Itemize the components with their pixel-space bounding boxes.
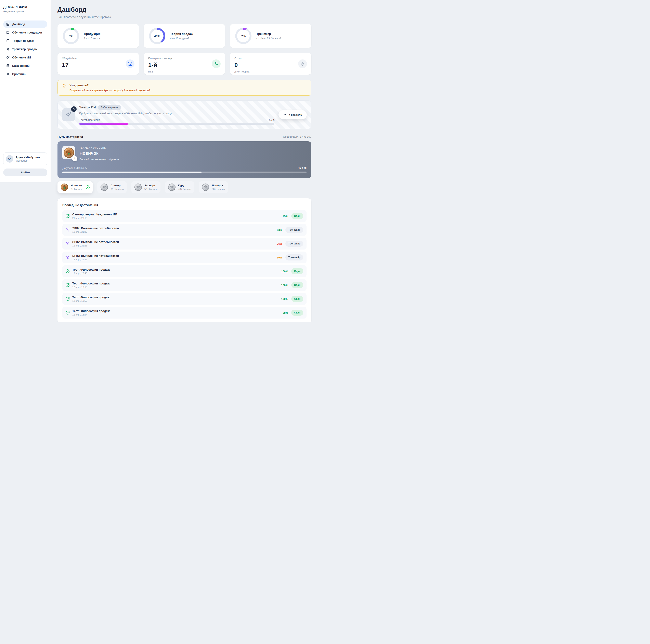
achievement-time: 12 апр., 21:26 (72, 244, 274, 247)
level-points: 30+ баллов (110, 188, 123, 191)
sidebar-item-label: База знаний (12, 64, 30, 67)
flame-icon (298, 60, 307, 68)
achievement-percent: 100% (281, 297, 288, 301)
sidebar-item-knowledge-base[interactable]: База знаний (3, 62, 47, 69)
sidebar-item-profile[interactable]: Профиль (3, 70, 47, 78)
status-badge: Тренажёр (285, 254, 303, 261)
sidebar-item-label: Обучение продукции (12, 31, 42, 34)
achievements-list: Самопроверка: Фундамент ИИ 21 апр., 20:1… (62, 210, 306, 318)
card-title: Теория продаж (170, 32, 193, 36)
achievement-title: SPIN: Выявление потребностей (72, 240, 274, 243)
swords-icon (66, 228, 70, 232)
level-chip-speaker[interactable]: Спикер 30+ баллов (97, 181, 127, 193)
level-points: 0+ баллов (71, 188, 82, 191)
levels-row: Новичок 0+ баллов Спикер 30+ баллов Эксп… (58, 181, 312, 193)
check-circle-icon (66, 269, 70, 273)
grid-icon (6, 22, 10, 26)
trophy-icon (126, 60, 135, 68)
clipboard-icon (6, 64, 10, 68)
app-root: ДЕМО-РЕЖИМ Академия продаж Дашборд Обуче… (0, 0, 325, 322)
sidebar-item-sales-trainer[interactable]: Тренажёр продаж (3, 45, 47, 53)
achievement-title: Тест: Философия продаж (72, 309, 280, 313)
progress-card-theory: 40% Теория продаж 4 из 10 модулей (144, 24, 225, 48)
level-points: 50+ баллов (144, 188, 157, 191)
check-circle-icon (66, 311, 70, 315)
achievement-row[interactable]: SPIN: Выявление потребностей 12 апр., 21… (62, 252, 306, 263)
check-circle-icon (66, 297, 70, 301)
banner-progress-fill (79, 123, 128, 125)
achievement-percent: 100% (281, 283, 288, 287)
card-subtitle: 1 из 10 тестов (84, 37, 101, 40)
user-icon (6, 72, 10, 76)
achievement-row[interactable]: Самопроверка: Фундамент ИИ 21 апр., 20:1… (62, 210, 306, 222)
stat-label: Стрик (234, 57, 307, 60)
level-chip-legend[interactable]: Легенда 90+ баллов (198, 181, 228, 193)
locked-badge: Заблокирован (98, 105, 121, 110)
sidebar-item-product-training[interactable]: Обучение продукции (3, 29, 47, 36)
stat-label: Общий балл (62, 57, 135, 60)
achievement-time: 12 апр., 21:21 (72, 258, 274, 261)
achievement-percent: 88% (283, 311, 288, 314)
achievement-title: SPIN: Выявление потребностей (72, 227, 274, 230)
achievement-title: Тест: Философия продаж (72, 296, 279, 299)
achievement-time: 21 апр., 20:18 (72, 217, 280, 219)
lock-icon (71, 106, 77, 112)
achievement-percent: 83% (277, 228, 282, 231)
achievement-time: 12 апр., 21:38 (72, 231, 274, 233)
donut-percent: 40% (154, 34, 160, 38)
stat-card-streak: Стрик 0 дней подряд (230, 53, 312, 75)
logout-button[interactable]: Выйти (3, 168, 47, 176)
sidebar-item-label: Тренажёр продаж (12, 47, 37, 51)
level-chip-novice[interactable]: Новичок 0+ баллов (58, 181, 93, 193)
sidebar-item-label: Теория продаж (12, 39, 34, 42)
current-level-label: ТЕКУЩИЙ УРОВЕНЬ (79, 147, 119, 149)
achievement-time: 12 апр., 18:58 (72, 286, 279, 288)
sidebar-item-label: Дашборд (12, 23, 25, 26)
mastery-section-title: Путь мастерства (58, 135, 83, 139)
user-card[interactable]: АХ Адам Хабибуллин Менеджер (3, 152, 47, 165)
user-name: Адам Хабибуллин (15, 156, 40, 159)
achievement-row[interactable]: Тест: Философия продаж 12 апр., 18:54 88… (62, 307, 306, 318)
level-name: Новичок (71, 184, 82, 187)
achievement-row[interactable]: Тест: Философия продаж 12 апр., 18:58 10… (62, 279, 306, 291)
progress-card-products: 8% Продукция 1 из 10 тестов (58, 24, 139, 48)
gray-medal-icon (134, 183, 142, 191)
achievement-row[interactable]: Тест: Философия продаж 12 апр., 20:43 10… (62, 265, 306, 277)
level-chip-guru[interactable]: Гуру 70+ баллов (165, 181, 194, 193)
swords-icon (66, 241, 70, 246)
stat-sub: дней подряд (234, 70, 307, 73)
stat-sub: из 2 (148, 70, 221, 73)
progress-cards-row: 8% Продукция 1 из 10 тестов 40% Теория п… (58, 24, 312, 48)
stat-label: Позиция в команде (148, 57, 221, 60)
level-chip-expert[interactable]: Эксперт 50+ баллов (131, 181, 160, 193)
sidebar-item-label: Обучение ИИ (12, 56, 31, 59)
go-to-section-button[interactable]: К разделу (279, 110, 307, 119)
sidebar-item-sales-theory[interactable]: Теория продаж (3, 37, 47, 44)
level-name: Спикер (110, 184, 123, 187)
status-badge: Сдан (291, 268, 303, 274)
sidebar-item-dashboard[interactable]: Дашборд (3, 21, 47, 28)
stat-card-team-position: Позиция в команде 1-й из 2 (144, 53, 225, 75)
book-icon (6, 31, 10, 34)
status-badge: Тренажёр (285, 227, 303, 233)
avatar: АХ (6, 155, 13, 163)
current-level-description: Первый шаг — начало обучения (79, 158, 119, 161)
level-points: 90+ баллов (212, 188, 225, 191)
gray-medal-icon (202, 183, 209, 191)
achievement-title: SPIN: Выявление потребностей (72, 254, 274, 258)
card-title: Тренажёр (256, 32, 281, 36)
achievement-row[interactable]: SPIN: Выявление потребностей 12 апр., 21… (62, 224, 306, 236)
team-icon (212, 60, 221, 68)
sidebar-item-ai-training[interactable]: Обучение ИИ (3, 54, 47, 61)
stat-value: 0 (234, 62, 307, 68)
achievement-percent: 100% (281, 270, 288, 273)
achievement-row[interactable]: SPIN: Выявление потребностей 12 апр., 21… (62, 238, 306, 250)
swords-icon (6, 47, 10, 51)
next-level-value: 17 / 30 (298, 166, 306, 169)
ai-expert-banner: Знаток ИИ Заблокирован Пройдите финальны… (58, 101, 312, 129)
achievement-row[interactable]: Тест: Философия продаж 12 апр., 18:55 10… (62, 293, 306, 305)
card-subtitle: ср. балл 83, 3 сессий (256, 37, 281, 40)
gray-medal-icon (100, 183, 108, 191)
level-points: 70+ баллов (178, 188, 191, 191)
status-badge: Сдан (291, 282, 303, 288)
